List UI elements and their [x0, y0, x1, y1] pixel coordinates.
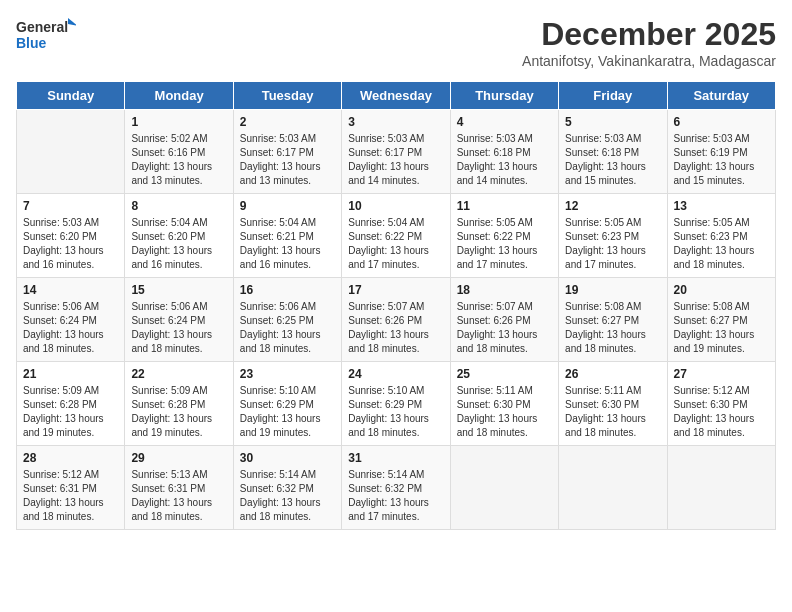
- calendar-cell: [450, 446, 558, 530]
- day-number: 11: [457, 199, 552, 213]
- calendar-cell: 2Sunrise: 5:03 AM Sunset: 6:17 PM Daylig…: [233, 110, 341, 194]
- day-header-thursday: Thursday: [450, 82, 558, 110]
- day-number: 17: [348, 283, 443, 297]
- day-number: 31: [348, 451, 443, 465]
- day-info: Sunrise: 5:03 AM Sunset: 6:17 PM Dayligh…: [240, 132, 335, 188]
- day-info: Sunrise: 5:10 AM Sunset: 6:29 PM Dayligh…: [240, 384, 335, 440]
- day-info: Sunrise: 5:04 AM Sunset: 6:21 PM Dayligh…: [240, 216, 335, 272]
- day-info: Sunrise: 5:09 AM Sunset: 6:28 PM Dayligh…: [131, 384, 226, 440]
- day-number: 29: [131, 451, 226, 465]
- day-info: Sunrise: 5:05 AM Sunset: 6:23 PM Dayligh…: [674, 216, 769, 272]
- day-info: Sunrise: 5:03 AM Sunset: 6:18 PM Dayligh…: [457, 132, 552, 188]
- day-header-sunday: Sunday: [17, 82, 125, 110]
- calendar-cell: 16Sunrise: 5:06 AM Sunset: 6:25 PM Dayli…: [233, 278, 341, 362]
- calendar-cell: 23Sunrise: 5:10 AM Sunset: 6:29 PM Dayli…: [233, 362, 341, 446]
- day-header-monday: Monday: [125, 82, 233, 110]
- day-number: 26: [565, 367, 660, 381]
- calendar-cell: [559, 446, 667, 530]
- day-number: 19: [565, 283, 660, 297]
- svg-text:Blue: Blue: [16, 35, 47, 51]
- calendar-cell: 30Sunrise: 5:14 AM Sunset: 6:32 PM Dayli…: [233, 446, 341, 530]
- logo-icon: General Blue: [16, 16, 76, 56]
- calendar-cell: 17Sunrise: 5:07 AM Sunset: 6:26 PM Dayli…: [342, 278, 450, 362]
- logo: General Blue: [16, 16, 76, 56]
- calendar-cell: 22Sunrise: 5:09 AM Sunset: 6:28 PM Dayli…: [125, 362, 233, 446]
- day-info: Sunrise: 5:06 AM Sunset: 6:24 PM Dayligh…: [23, 300, 118, 356]
- day-number: 28: [23, 451, 118, 465]
- day-info: Sunrise: 5:10 AM Sunset: 6:29 PM Dayligh…: [348, 384, 443, 440]
- svg-text:General: General: [16, 19, 68, 35]
- day-number: 16: [240, 283, 335, 297]
- calendar-cell: 11Sunrise: 5:05 AM Sunset: 6:22 PM Dayli…: [450, 194, 558, 278]
- day-header-friday: Friday: [559, 82, 667, 110]
- day-number: 8: [131, 199, 226, 213]
- calendar-cell: 14Sunrise: 5:06 AM Sunset: 6:24 PM Dayli…: [17, 278, 125, 362]
- day-info: Sunrise: 5:06 AM Sunset: 6:24 PM Dayligh…: [131, 300, 226, 356]
- day-info: Sunrise: 5:12 AM Sunset: 6:31 PM Dayligh…: [23, 468, 118, 524]
- day-number: 7: [23, 199, 118, 213]
- calendar-cell: 19Sunrise: 5:08 AM Sunset: 6:27 PM Dayli…: [559, 278, 667, 362]
- day-info: Sunrise: 5:08 AM Sunset: 6:27 PM Dayligh…: [674, 300, 769, 356]
- day-info: Sunrise: 5:11 AM Sunset: 6:30 PM Dayligh…: [457, 384, 552, 440]
- week-row-1: 1Sunrise: 5:02 AM Sunset: 6:16 PM Daylig…: [17, 110, 776, 194]
- day-number: 12: [565, 199, 660, 213]
- day-number: 30: [240, 451, 335, 465]
- calendar-table: SundayMondayTuesdayWednesdayThursdayFrid…: [16, 81, 776, 530]
- calendar-cell: [17, 110, 125, 194]
- day-number: 2: [240, 115, 335, 129]
- day-number: 13: [674, 199, 769, 213]
- day-info: Sunrise: 5:03 AM Sunset: 6:18 PM Dayligh…: [565, 132, 660, 188]
- day-number: 20: [674, 283, 769, 297]
- calendar-cell: 6Sunrise: 5:03 AM Sunset: 6:19 PM Daylig…: [667, 110, 775, 194]
- calendar-cell: 1Sunrise: 5:02 AM Sunset: 6:16 PM Daylig…: [125, 110, 233, 194]
- day-number: 15: [131, 283, 226, 297]
- day-info: Sunrise: 5:05 AM Sunset: 6:23 PM Dayligh…: [565, 216, 660, 272]
- calendar-cell: 29Sunrise: 5:13 AM Sunset: 6:31 PM Dayli…: [125, 446, 233, 530]
- day-info: Sunrise: 5:07 AM Sunset: 6:26 PM Dayligh…: [348, 300, 443, 356]
- day-info: Sunrise: 5:13 AM Sunset: 6:31 PM Dayligh…: [131, 468, 226, 524]
- calendar-cell: 15Sunrise: 5:06 AM Sunset: 6:24 PM Dayli…: [125, 278, 233, 362]
- day-info: Sunrise: 5:08 AM Sunset: 6:27 PM Dayligh…: [565, 300, 660, 356]
- day-info: Sunrise: 5:04 AM Sunset: 6:20 PM Dayligh…: [131, 216, 226, 272]
- calendar-cell: 13Sunrise: 5:05 AM Sunset: 6:23 PM Dayli…: [667, 194, 775, 278]
- day-number: 18: [457, 283, 552, 297]
- day-info: Sunrise: 5:03 AM Sunset: 6:20 PM Dayligh…: [23, 216, 118, 272]
- day-number: 24: [348, 367, 443, 381]
- week-row-2: 7Sunrise: 5:03 AM Sunset: 6:20 PM Daylig…: [17, 194, 776, 278]
- day-info: Sunrise: 5:12 AM Sunset: 6:30 PM Dayligh…: [674, 384, 769, 440]
- day-headers-row: SundayMondayTuesdayWednesdayThursdayFrid…: [17, 82, 776, 110]
- day-number: 10: [348, 199, 443, 213]
- day-info: Sunrise: 5:14 AM Sunset: 6:32 PM Dayligh…: [240, 468, 335, 524]
- month-title: December 2025: [522, 16, 776, 53]
- calendar-cell: 3Sunrise: 5:03 AM Sunset: 6:17 PM Daylig…: [342, 110, 450, 194]
- day-info: Sunrise: 5:06 AM Sunset: 6:25 PM Dayligh…: [240, 300, 335, 356]
- calendar-cell: 18Sunrise: 5:07 AM Sunset: 6:26 PM Dayli…: [450, 278, 558, 362]
- day-info: Sunrise: 5:11 AM Sunset: 6:30 PM Dayligh…: [565, 384, 660, 440]
- calendar-cell: 31Sunrise: 5:14 AM Sunset: 6:32 PM Dayli…: [342, 446, 450, 530]
- day-info: Sunrise: 5:02 AM Sunset: 6:16 PM Dayligh…: [131, 132, 226, 188]
- day-number: 23: [240, 367, 335, 381]
- day-info: Sunrise: 5:05 AM Sunset: 6:22 PM Dayligh…: [457, 216, 552, 272]
- day-info: Sunrise: 5:09 AM Sunset: 6:28 PM Dayligh…: [23, 384, 118, 440]
- day-number: 25: [457, 367, 552, 381]
- week-row-3: 14Sunrise: 5:06 AM Sunset: 6:24 PM Dayli…: [17, 278, 776, 362]
- calendar-cell: 25Sunrise: 5:11 AM Sunset: 6:30 PM Dayli…: [450, 362, 558, 446]
- day-number: 21: [23, 367, 118, 381]
- day-number: 9: [240, 199, 335, 213]
- day-number: 14: [23, 283, 118, 297]
- day-number: 4: [457, 115, 552, 129]
- calendar-cell: 9Sunrise: 5:04 AM Sunset: 6:21 PM Daylig…: [233, 194, 341, 278]
- calendar-cell: 28Sunrise: 5:12 AM Sunset: 6:31 PM Dayli…: [17, 446, 125, 530]
- week-row-5: 28Sunrise: 5:12 AM Sunset: 6:31 PM Dayli…: [17, 446, 776, 530]
- day-number: 5: [565, 115, 660, 129]
- calendar-cell: 7Sunrise: 5:03 AM Sunset: 6:20 PM Daylig…: [17, 194, 125, 278]
- calendar-cell: 5Sunrise: 5:03 AM Sunset: 6:18 PM Daylig…: [559, 110, 667, 194]
- week-row-4: 21Sunrise: 5:09 AM Sunset: 6:28 PM Dayli…: [17, 362, 776, 446]
- day-header-saturday: Saturday: [667, 82, 775, 110]
- title-block: December 2025 Antanifotsy, Vakinankaratr…: [522, 16, 776, 69]
- calendar-cell: 20Sunrise: 5:08 AM Sunset: 6:27 PM Dayli…: [667, 278, 775, 362]
- day-info: Sunrise: 5:03 AM Sunset: 6:19 PM Dayligh…: [674, 132, 769, 188]
- calendar-cell: 21Sunrise: 5:09 AM Sunset: 6:28 PM Dayli…: [17, 362, 125, 446]
- day-number: 3: [348, 115, 443, 129]
- calendar-cell: 12Sunrise: 5:05 AM Sunset: 6:23 PM Dayli…: [559, 194, 667, 278]
